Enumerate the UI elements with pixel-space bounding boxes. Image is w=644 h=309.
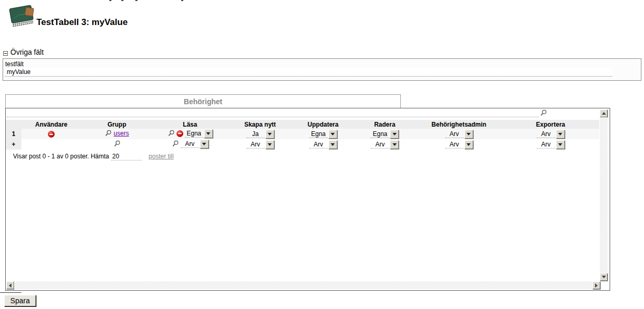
dropdown-arrow-icon[interactable] (464, 140, 473, 149)
table-row: 1 users Egna (6, 129, 599, 139)
radera-select[interactable]: Egna (371, 130, 399, 139)
dropdown-arrow-icon[interactable] (200, 140, 209, 149)
search-icon[interactable] (105, 130, 112, 137)
pagination: Visar post 0 - 1 av 0 poster. Hämta 20 p… (13, 153, 174, 160)
rownum-header (6, 120, 21, 129)
dropdown-arrow-icon[interactable] (390, 140, 399, 149)
section-title: Övriga fält (10, 48, 44, 56)
dropdown-arrow-icon[interactable] (204, 129, 213, 138)
vertical-scrollbar-track[interactable] (600, 117, 608, 273)
col-exportera: Exportera (502, 120, 599, 129)
horizontal-scrollbar[interactable] (6, 281, 600, 290)
table-card-icon (8, 5, 36, 30)
table-header-row: Användare Grupp Läsa Skapa nytt Uppdater… (6, 120, 599, 129)
behorighetsadmin-select[interactable]: Arv (445, 130, 473, 139)
quick-search-input[interactable] (7, 117, 539, 117)
dropdown-arrow-icon[interactable] (556, 140, 565, 149)
vertical-scrollbar[interactable] (600, 109, 608, 281)
col-behorighetsadmin: Behörighetsadmin (416, 120, 502, 129)
permissions-table: Användare Grupp Läsa Skapa nytt Uppdater… (6, 120, 599, 150)
add-row-button[interactable]: + (6, 139, 21, 150)
table-row-add: + Arv Arv Arv (6, 139, 599, 150)
delete-row-icon[interactable] (48, 131, 55, 138)
scroll-left-button[interactable] (6, 281, 14, 289)
col-radera: Radera (353, 120, 416, 129)
other-fields-box: testfält myValue (3, 58, 641, 81)
lasa-select[interactable]: Arv (181, 140, 209, 149)
col-uppdatera: Uppdatera (293, 120, 353, 129)
dropdown-arrow-icon[interactable] (266, 130, 274, 139)
col-skapa-nytt: Skapa nytt (228, 120, 293, 129)
permissions-panel: Användare Grupp Läsa Skapa nytt Uppdater… (5, 108, 610, 291)
dropdown-arrow-icon[interactable] (556, 130, 565, 139)
dropdown-arrow-icon[interactable] (329, 130, 337, 139)
dropdown-arrow-icon[interactable] (464, 130, 473, 139)
tab-behorighet[interactable]: Behörighet (5, 94, 401, 108)
search-icon[interactable] (540, 109, 547, 117)
field-label: testfält (5, 60, 23, 68)
scroll-down-button[interactable] (600, 273, 608, 281)
col-anvandare: Användare (21, 120, 81, 129)
col-lasa: Läsa (153, 120, 228, 129)
uppdatera-select[interactable]: Egna (309, 130, 337, 139)
divider (0, 292, 21, 293)
dropdown-arrow-icon[interactable] (329, 140, 337, 149)
row-number: 1 (6, 129, 21, 139)
col-grupp: Grupp (81, 120, 153, 129)
collapse-toggle-icon[interactable] (3, 51, 8, 56)
group-link[interactable]: users (113, 130, 129, 137)
skapa-nytt-select[interactable]: Arv (246, 140, 274, 149)
skapa-nytt-select[interactable]: Ja (246, 130, 274, 139)
search-icon[interactable] (172, 140, 179, 147)
page-title: TestTabell 3: myValue (36, 17, 128, 28)
fetch-count-input[interactable]: 20 (111, 153, 142, 160)
delete-permission-icon[interactable] (176, 130, 183, 137)
save-button[interactable]: Spara (4, 295, 36, 306)
dropdown-arrow-icon[interactable] (266, 140, 274, 149)
radera-select[interactable]: Arv (371, 140, 399, 149)
exportera-select[interactable]: Arv (537, 140, 565, 149)
scroll-right-button[interactable] (592, 281, 600, 289)
behorighetsadmin-select[interactable]: Arv (445, 140, 473, 149)
search-icon[interactable] (168, 130, 175, 137)
search-icon[interactable] (113, 140, 121, 147)
pagination-text: Visar post 0 - 1 av 0 poster. Hämta (13, 153, 109, 160)
exportera-select[interactable]: Arv (537, 130, 565, 139)
dropdown-arrow-icon[interactable] (390, 130, 399, 139)
lasa-select[interactable]: Egna (185, 129, 213, 138)
fetch-more-link[interactable]: poster till (149, 153, 174, 160)
horizontal-scrollbar-track[interactable] (14, 281, 592, 289)
field-value-input[interactable]: myValue (5, 68, 612, 77)
scroll-up-button[interactable] (600, 109, 608, 117)
uppdatera-select[interactable]: Arv (309, 140, 337, 149)
